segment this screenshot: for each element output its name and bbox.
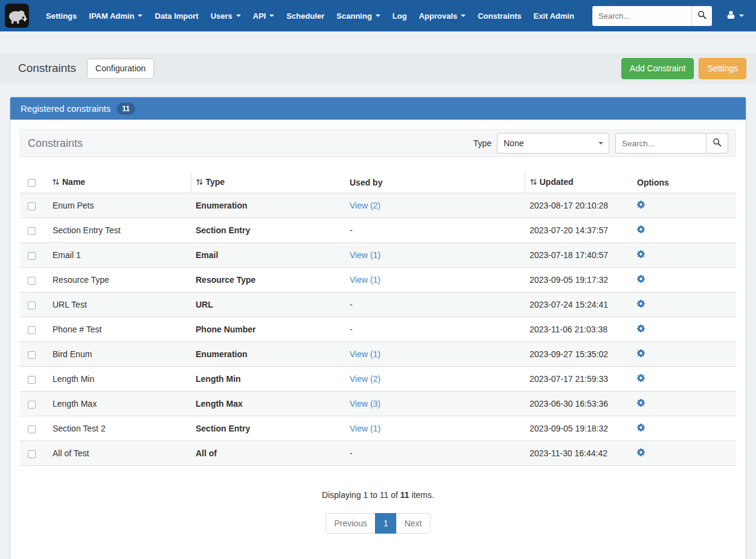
used-by-view-link[interactable]: View (1) [350, 250, 380, 260]
constraint-updated: 2023-07-20 14:37:57 [525, 218, 629, 243]
constraint-row: Length Min Length Min View (2) 2023-07-1… [20, 367, 736, 392]
nav-item-ipam-admin[interactable]: IPAM Admin [83, 0, 149, 31]
gear-icon[interactable] [637, 324, 646, 333]
gear-icon[interactable] [637, 423, 646, 432]
nav-item-constraints[interactable]: Constraints [472, 0, 527, 31]
gear-icon[interactable] [637, 373, 646, 383]
gear-icon[interactable] [637, 299, 646, 308]
column-header-name[interactable]: Name [48, 172, 191, 193]
nav-item-scanning[interactable]: Scanning [330, 0, 386, 31]
nav-item-settings[interactable]: Settings [40, 0, 83, 31]
nav-item-users[interactable]: Users [205, 0, 247, 31]
nav-item-label: Exit Admin [533, 11, 574, 21]
row-checkbox[interactable] [28, 302, 36, 309]
nav-item-log[interactable]: Log [386, 0, 413, 31]
settings-button[interactable]: Settings [699, 58, 746, 79]
row-checkbox[interactable] [28, 277, 36, 285]
nav-item-label: API [253, 11, 266, 21]
navbar-search-input[interactable] [592, 6, 691, 26]
row-checkbox[interactable] [28, 227, 36, 235]
row-checkbox-cell [20, 243, 48, 268]
search-icon [697, 10, 706, 21]
row-checkbox[interactable] [28, 450, 36, 458]
constraint-name: Resource Type [48, 268, 191, 292]
nav-item-label: Scheduler [286, 11, 324, 21]
row-checkbox-cell [20, 317, 48, 342]
row-checkbox-cell [20, 193, 48, 218]
pagination-previous[interactable]: Previous [325, 513, 375, 534]
gear-icon[interactable] [637, 448, 646, 457]
row-checkbox[interactable] [28, 401, 36, 409]
constraint-row: All of Test All of - 2023-11-30 16:44:42 [20, 441, 736, 466]
row-checkbox[interactable] [28, 252, 36, 260]
constraint-row: Section Entry Test Section Entry - 2023-… [20, 218, 736, 243]
caret-down-icon [461, 15, 466, 17]
constraint-options [629, 416, 736, 441]
user-menu-button[interactable] [722, 10, 749, 21]
select-all-checkbox[interactable] [28, 179, 36, 187]
row-checkbox[interactable] [28, 376, 36, 384]
row-checkbox-cell [20, 292, 48, 317]
used-by-view-link[interactable]: View (3) [350, 399, 380, 409]
navbar-search-button[interactable] [691, 6, 712, 26]
row-checkbox[interactable] [28, 202, 36, 210]
constraint-updated: 2023-11-30 16:44:42 [525, 441, 629, 466]
row-checkbox[interactable] [28, 351, 36, 359]
constraint-type: Section Entry [191, 416, 345, 441]
row-checkbox[interactable] [28, 425, 36, 433]
main-nav: Settings IPAM Admin Data Import Users AP… [40, 0, 580, 31]
nav-item-approvals[interactable]: Approvals [413, 0, 472, 31]
configuration-button[interactable]: Configuration [87, 59, 154, 79]
gear-icon[interactable] [637, 250, 646, 259]
column-header-updated[interactable]: Updated [525, 172, 629, 193]
add-constraint-button[interactable]: Add Constraint [621, 58, 694, 79]
gear-icon[interactable] [637, 200, 646, 209]
constraint-options [629, 292, 736, 317]
constraint-row: URL Test URL - 2023-07-24 15:24:41 [20, 292, 736, 317]
nav-item-exit-admin[interactable]: Exit Admin [527, 0, 580, 31]
constraint-used-by: View (3) [345, 392, 525, 416]
caret-down-icon [598, 142, 603, 144]
used-by-view-link[interactable]: View (1) [350, 424, 380, 433]
constraint-updated: 2023-09-27 15:35:02 [525, 342, 629, 367]
table-search-button[interactable] [706, 133, 728, 153]
pagination-page-1[interactable]: 1 [375, 513, 397, 534]
used-by-view-link[interactable]: View (2) [350, 374, 380, 384]
gear-icon[interactable] [637, 274, 646, 283]
constraint-used-by: - [345, 292, 525, 317]
constraint-updated: 2023-07-24 15:24:41 [525, 292, 629, 317]
column-header-type[interactable]: Type [191, 172, 345, 193]
constraint-type: Email [191, 243, 345, 268]
type-filter-value: None [504, 138, 524, 148]
type-filter-label: Type [473, 138, 492, 148]
constraint-options [629, 268, 736, 292]
used-by-view-link[interactable]: View (1) [350, 349, 380, 359]
constraint-type: All of [191, 441, 345, 466]
pagination-next[interactable]: Next [396, 513, 431, 534]
constraint-row: Phone # Test Phone Number - 2023-11-06 2… [20, 317, 736, 342]
nav-item-scheduler[interactable]: Scheduler [280, 0, 330, 31]
type-filter-select[interactable]: None [497, 133, 609, 153]
nav-item-label: Scanning [336, 11, 372, 21]
constraint-options [629, 243, 736, 268]
constraint-updated: 2023-09-05 19:17:32 [525, 268, 629, 292]
constraint-options [629, 193, 736, 218]
row-checkbox[interactable] [28, 326, 36, 334]
constraint-updated: 2023-11-06 21:03:38 [525, 317, 629, 342]
constraint-used-by: View (1) [345, 342, 525, 367]
gear-icon[interactable] [637, 398, 646, 407]
sort-icon [196, 178, 203, 187]
mammoth-logo-icon[interactable] [5, 4, 29, 28]
gear-icon[interactable] [637, 349, 646, 358]
nav-item-data-import[interactable]: Data Import [149, 0, 204, 31]
constraint-name: Phone # Test [48, 317, 191, 342]
nav-item-label: Users [211, 11, 232, 21]
used-by-view-link[interactable]: View (1) [350, 275, 380, 285]
table-search-input[interactable] [615, 133, 706, 153]
used-by-view-link[interactable]: View (2) [350, 201, 380, 210]
page-title: Constraints [18, 62, 76, 75]
gear-icon[interactable] [637, 225, 646, 234]
nav-item-api[interactable]: API [247, 0, 281, 31]
constraint-row: Email 1 Email View (1) 2023-07-18 17:40:… [20, 243, 736, 268]
constraint-name: Section Entry Test [48, 218, 191, 243]
